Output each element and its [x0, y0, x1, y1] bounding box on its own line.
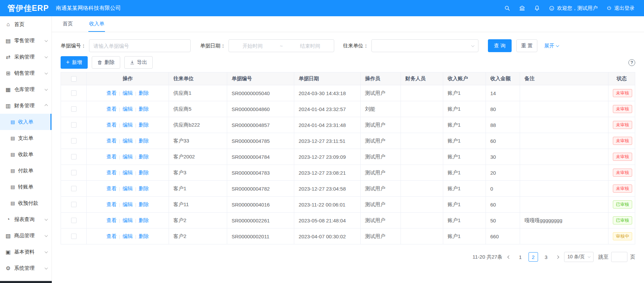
amount-cell: 660: [486, 228, 520, 244]
edit-link[interactable]: 编辑: [123, 138, 133, 144]
sidebar-subitem[interactable]: ▤收入单: [0, 114, 51, 130]
row-checkbox[interactable]: [71, 90, 77, 96]
bill-date-cell: 2024-03-30 14:43:18: [294, 85, 361, 101]
status-badge: 未审核: [613, 121, 632, 129]
delete-button[interactable]: 删除: [92, 56, 120, 69]
view-link[interactable]: 查看: [107, 138, 117, 144]
view-link[interactable]: 查看: [107, 217, 117, 224]
row-checkbox[interactable]: [71, 170, 77, 175]
view-link[interactable]: 查看: [107, 201, 117, 208]
status-badge: 未审核: [613, 105, 632, 113]
sidebar-item-label: 首页: [14, 21, 47, 28]
sidebar-item[interactable]: ▥财务管理: [0, 97, 51, 114]
delete-link[interactable]: 删除: [138, 233, 149, 240]
sidebar-item[interactable]: ⇄采购管理: [0, 49, 51, 65]
search-button[interactable]: 查 询: [488, 39, 512, 52]
export-button[interactable]: 导出: [124, 56, 153, 69]
bank-icon[interactable]: [519, 5, 525, 11]
sidebar-subitem[interactable]: ▤付款单: [0, 162, 51, 179]
view-link[interactable]: 查看: [107, 233, 117, 240]
edit-link[interactable]: 编辑: [123, 201, 133, 208]
row-checkbox[interactable]: [71, 186, 77, 191]
sidebar-item[interactable]: ⌂首页: [0, 16, 51, 32]
sidebar-item[interactable]: ▤零售管理: [0, 32, 51, 49]
sidebar-item[interactable]: ▦仓库管理: [0, 81, 51, 97]
sidebar-subitem[interactable]: ▤支出单: [0, 130, 51, 146]
sidebar-collapse-trigger[interactable]: [0, 281, 52, 283]
tab-home[interactable]: 首页: [62, 17, 73, 32]
welcome-user[interactable]: 欢迎您，测试用户: [549, 5, 598, 12]
edit-link[interactable]: 编辑: [123, 106, 133, 112]
delete-link[interactable]: 删除: [138, 186, 149, 192]
tab-income-bill[interactable]: 收入单: [88, 17, 105, 32]
row-checkbox[interactable]: [71, 138, 77, 144]
edit-link[interactable]: 编辑: [123, 154, 133, 160]
partner-select[interactable]: [371, 39, 478, 52]
reset-button[interactable]: 重 置: [516, 39, 537, 52]
sidebar-item[interactable]: ▧商品管理: [0, 227, 51, 244]
view-link[interactable]: 查看: [107, 154, 117, 160]
prev-page-button[interactable]: [507, 256, 511, 258]
edit-link[interactable]: 编辑: [123, 217, 133, 224]
edit-link[interactable]: 编辑: [123, 233, 133, 240]
jump-input[interactable]: [611, 252, 627, 262]
sidebar-item[interactable]: ▣基本资料: [0, 244, 51, 260]
delete-link[interactable]: 删除: [138, 122, 149, 128]
date-start-input[interactable]: [232, 43, 273, 49]
page-button[interactable]: 3: [541, 252, 551, 262]
sidebar-item[interactable]: ⚙系统管理: [0, 260, 51, 276]
page-button[interactable]: 2: [529, 252, 538, 262]
delete-link[interactable]: 删除: [138, 217, 149, 224]
bill-no-cell: SR00000004016: [227, 197, 294, 213]
row-checkbox[interactable]: [71, 106, 77, 112]
edit-link[interactable]: 编辑: [123, 122, 133, 128]
edit-link[interactable]: 编辑: [123, 170, 133, 176]
table-row: 查看 | 编辑 | 删除 客户2002 SR00000004784 2023-1…: [61, 149, 635, 165]
sidebar-item[interactable]: ◔报表查询: [0, 211, 51, 227]
delete-link[interactable]: 删除: [138, 106, 149, 112]
sidebar-subitem[interactable]: ▤收预付款: [0, 195, 51, 211]
next-page-button[interactable]: [556, 256, 559, 258]
edit-link[interactable]: 编辑: [123, 186, 133, 192]
bell-icon[interactable]: [534, 5, 540, 11]
date-end-input[interactable]: [290, 43, 330, 49]
partner-cell: 客户2: [169, 228, 227, 244]
page-button[interactable]: 1: [516, 252, 525, 262]
sidebar-subitem[interactable]: ▤收款单: [0, 146, 51, 162]
view-link[interactable]: 查看: [107, 122, 117, 128]
bill-date-label: 单据日期：: [200, 43, 226, 49]
sidebar-subitem[interactable]: ▤转账单: [0, 179, 51, 195]
view-link[interactable]: 查看: [107, 90, 117, 96]
row-checkbox[interactable]: [71, 122, 77, 128]
date-range-picker[interactable]: ~: [229, 39, 334, 52]
logout-button[interactable]: 退出登录: [606, 5, 635, 12]
view-link[interactable]: 查看: [107, 170, 117, 176]
row-checkbox[interactable]: [71, 234, 77, 239]
delete-link[interactable]: 删除: [138, 154, 149, 160]
add-button[interactable]: + 新增: [61, 56, 88, 69]
expand-filters-link[interactable]: 展开: [544, 43, 559, 49]
remark-cell: [520, 181, 608, 197]
help-icon[interactable]: ?: [628, 59, 635, 66]
delete-link[interactable]: 删除: [138, 90, 149, 96]
top-bar-right: 欢迎您，测试用户 退出登录: [504, 5, 644, 12]
sidebar-item[interactable]: ⊞销售管理: [0, 65, 51, 81]
view-link[interactable]: 查看: [107, 106, 117, 112]
delete-link[interactable]: 删除: [138, 138, 149, 144]
delete-link[interactable]: 删除: [138, 201, 149, 208]
status-badge: 未审核: [613, 89, 632, 97]
sidebar-item-label: 零售管理: [14, 38, 45, 44]
edit-link[interactable]: 编辑: [123, 90, 133, 96]
delete-link[interactable]: 删除: [138, 170, 149, 176]
row-checkbox[interactable]: [71, 218, 77, 223]
sidebar-subitem-label: 支出单: [18, 135, 33, 142]
view-link[interactable]: 查看: [107, 186, 117, 192]
remark-cell: [520, 85, 608, 101]
page-size-select[interactable]: 10 条/页: [564, 252, 594, 262]
sidebar-item-label: 商品管理: [14, 233, 45, 239]
row-checkbox[interactable]: [71, 154, 77, 159]
row-checkbox[interactable]: [71, 202, 77, 207]
bill-no-input[interactable]: [89, 39, 191, 52]
search-icon[interactable]: [504, 5, 510, 11]
select-all-checkbox[interactable]: [71, 76, 77, 82]
